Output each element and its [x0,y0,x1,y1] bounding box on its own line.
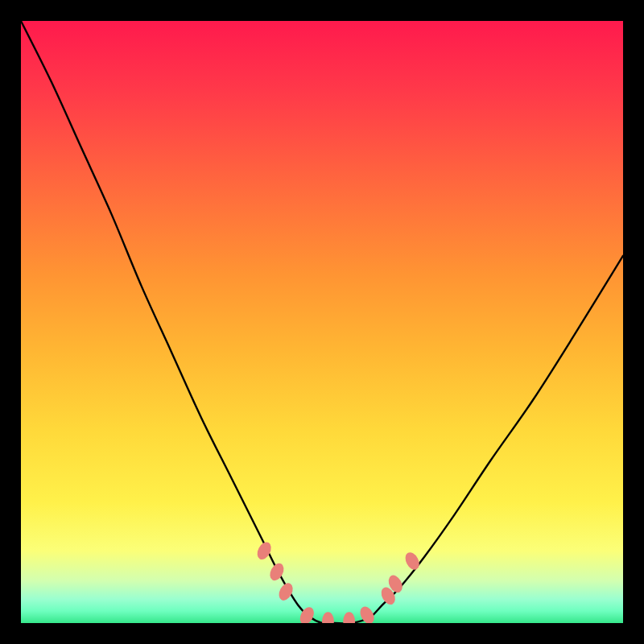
outer-frame [0,0,644,644]
